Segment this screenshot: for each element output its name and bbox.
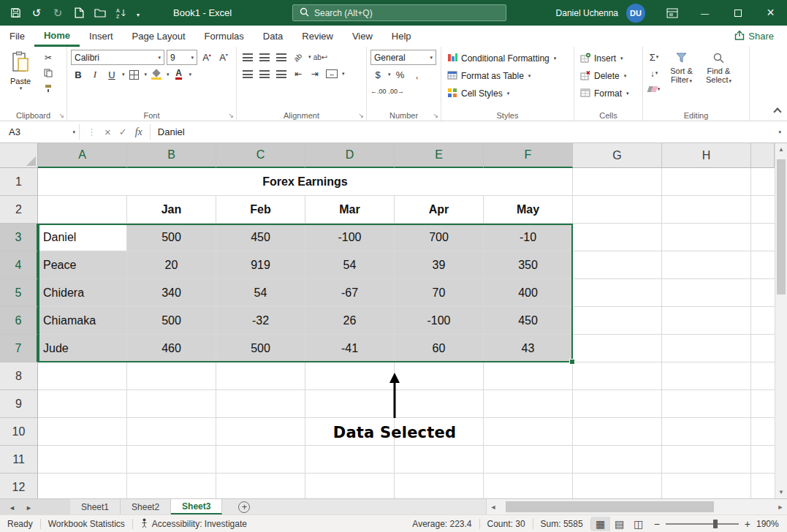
cell-E5[interactable]: 70 (395, 279, 484, 307)
avatar[interactable]: DU (626, 4, 645, 23)
formula-input[interactable]: Daniel (151, 121, 778, 142)
cell-F7[interactable]: 43 (484, 335, 573, 362)
tab-data[interactable]: Data (254, 26, 292, 47)
increase-decimal-button[interactable] (370, 84, 387, 99)
sheet-tab-sheet3[interactable]: Sheet3 (171, 499, 222, 514)
cell-A9[interactable] (38, 390, 127, 418)
cell-G11[interactable] (573, 446, 662, 474)
cell-B12[interactable] (127, 474, 216, 498)
orientation-button[interactable] (291, 50, 305, 64)
cell-G9[interactable] (573, 390, 662, 418)
cell-G2[interactable] (573, 196, 662, 224)
tab-formulas[interactable]: Formulas (195, 26, 254, 47)
cell-B5[interactable]: 340 (127, 279, 216, 307)
borders-dropdown-icon[interactable] (144, 72, 148, 77)
cell-E4[interactable]: 39 (395, 251, 484, 279)
redo-icon[interactable] (52, 7, 64, 20)
cell-G12[interactable] (573, 474, 662, 498)
insert-cells-button[interactable]: Insert (578, 50, 639, 67)
cell-B11[interactable] (127, 446, 216, 474)
column-header-D[interactable]: D (305, 143, 395, 168)
cell-C4[interactable]: 919 (216, 251, 305, 279)
cell-F3[interactable]: -10 (484, 224, 573, 251)
cell-B4[interactable]: 20 (127, 251, 216, 279)
fill-handle[interactable] (569, 359, 575, 365)
format-as-table-button[interactable]: Format as Table (445, 67, 570, 85)
font-color-button[interactable] (172, 67, 186, 82)
row-header-6[interactable]: 6 (0, 307, 38, 335)
new-file-icon[interactable] (73, 7, 85, 20)
row-header-4[interactable]: 4 (0, 251, 38, 279)
tab-insert[interactable]: Insert (80, 26, 123, 47)
vertical-scrollbar[interactable] (775, 143, 787, 498)
fill-color-dropdown-icon[interactable] (166, 72, 170, 77)
wrap-text-button[interactable] (313, 50, 328, 64)
bold-button[interactable]: B (71, 67, 85, 82)
search-bar[interactable] (292, 4, 506, 21)
conditional-formatting-button[interactable]: Conditional Formatting (445, 50, 570, 67)
cell-D3[interactable]: -100 (305, 224, 395, 251)
cell-B8[interactable] (127, 362, 216, 390)
decrease-decimal-button[interactable] (389, 84, 405, 99)
cell-C3[interactable]: 450 (216, 224, 305, 251)
scroll-right-icon[interactable] (774, 503, 787, 511)
cell-I3-partial[interactable] (751, 224, 775, 251)
cell-C9[interactable] (216, 390, 305, 418)
zoom-out-button[interactable] (654, 518, 660, 530)
column-header-B[interactable]: B (127, 143, 216, 168)
cell-I12-partial[interactable] (751, 474, 775, 498)
cell-F2[interactable]: May (484, 196, 573, 224)
cell-B2[interactable]: Jan (127, 196, 216, 224)
tab-home[interactable]: Home (34, 26, 80, 47)
tab-page-layout[interactable]: Page Layout (123, 26, 195, 47)
cell-D6[interactable]: 26 (305, 307, 395, 335)
middle-align-button[interactable] (257, 50, 272, 64)
font-dialog-launcher-icon[interactable] (228, 112, 234, 119)
ribbon-display-options-icon[interactable] (655, 0, 688, 26)
accounting-dropdown-icon[interactable] (387, 72, 391, 77)
accessibility-button[interactable]: Accessibility: Investigate (133, 518, 254, 530)
insert-function-button[interactable]: fx (135, 126, 142, 138)
zoom-slider[interactable] (666, 523, 739, 525)
account-name[interactable]: Daniel Uchenna (556, 8, 618, 18)
cell-A3[interactable]: Daniel (38, 224, 127, 251)
format-cells-button[interactable]: Format (578, 85, 639, 102)
name-box-dropdown-icon[interactable] (72, 129, 75, 135)
alignment-dialog-launcher-icon[interactable] (358, 112, 364, 119)
customize-quick-access-icon[interactable] (137, 7, 148, 20)
orientation-dropdown-icon[interactable] (308, 54, 311, 60)
cell-E11[interactable] (395, 446, 484, 474)
cell-C5[interactable]: 54 (216, 279, 305, 307)
cell-D4[interactable]: 54 (305, 251, 395, 279)
cell-E8[interactable] (395, 362, 484, 390)
cell-H6[interactable] (662, 307, 751, 335)
increase-indent-button[interactable] (308, 66, 322, 81)
cut-icon[interactable]: ✂ (41, 51, 56, 64)
increase-font-size-button[interactable]: A (199, 50, 214, 65)
cell-G6[interactable] (573, 307, 662, 335)
bottom-align-button[interactable] (274, 50, 289, 64)
cell-A2[interactable] (38, 196, 127, 224)
cell-E2[interactable]: Apr (395, 196, 484, 224)
cell-I7-partial[interactable] (751, 335, 775, 362)
minimize-button[interactable] (688, 0, 721, 26)
scroll-left-icon[interactable] (487, 503, 500, 511)
cell-I2-partial[interactable] (751, 196, 775, 224)
fill-color-button[interactable] (149, 67, 164, 82)
cell-E12[interactable] (395, 474, 484, 498)
cell-G10[interactable] (573, 418, 662, 446)
horizontal-scrollbar-thumb[interactable] (506, 501, 714, 512)
scroll-down-icon[interactable] (775, 486, 787, 498)
paste-button[interactable]: Paste (4, 50, 37, 95)
tab-view[interactable]: View (343, 26, 382, 47)
column-header-partial[interactable] (751, 143, 775, 168)
font-color-dropdown-icon[interactable] (189, 72, 192, 77)
format-painter-icon[interactable] (41, 82, 56, 95)
cell-A8[interactable] (38, 362, 127, 390)
share-button[interactable]: Share (734, 26, 774, 47)
cell-I4-partial[interactable] (751, 251, 775, 279)
align-right-button[interactable] (274, 66, 289, 81)
zoom-slider-thumb[interactable] (713, 520, 718, 528)
clear-button[interactable] (647, 82, 661, 96)
sheet-tab-sheet2[interactable]: Sheet2 (121, 499, 171, 514)
